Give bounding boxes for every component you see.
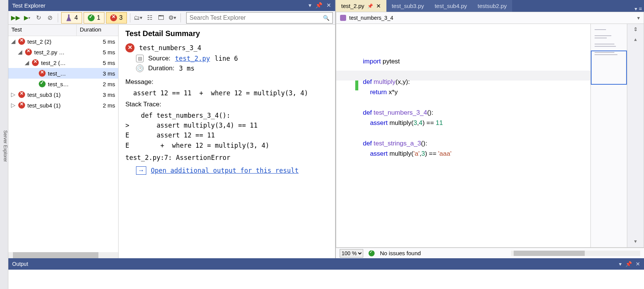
source-icon: ▤ bbox=[136, 55, 144, 62]
output-title: Output bbox=[12, 261, 28, 267]
editor-status-bar: 100 % No issues found bbox=[336, 248, 644, 258]
test-label: test_… bbox=[48, 70, 92, 77]
source-file-link[interactable]: test_2.py bbox=[175, 55, 210, 62]
source-label: Source: bbox=[148, 55, 171, 62]
expand-caret[interactable]: ◢ bbox=[11, 38, 16, 45]
minimap-viewport[interactable] bbox=[591, 51, 627, 85]
tab-label: test_2.py bbox=[341, 3, 364, 9]
ok-status-icon bbox=[369, 250, 375, 256]
tree-row[interactable]: ◢test_2 (…5 ms bbox=[8, 57, 118, 68]
test-explorer-title-bar: Test Explorer ▾ 📌 ✕ bbox=[8, 0, 335, 11]
dropdown-icon[interactable]: ▾ bbox=[309, 2, 312, 9]
open-output-link[interactable]: Open additional output for this result bbox=[151, 167, 299, 174]
side-rail: Server Explorer Toolbox bbox=[0, 0, 8, 289]
side-item-server[interactable]: Server Explorer bbox=[3, 130, 8, 162]
tree-row[interactable]: ▷test_sub4 (1)2 ms bbox=[8, 100, 118, 111]
expand-caret[interactable]: ▷ bbox=[11, 91, 16, 98]
test-duration: 3 ms bbox=[92, 92, 115, 98]
repeat-button[interactable]: ↻ bbox=[33, 13, 43, 23]
chevron-down-icon[interactable]: ▾ bbox=[637, 15, 640, 21]
tree-hscrollbar[interactable] bbox=[8, 252, 118, 258]
tree-row[interactable]: ◢test_2 (2)5 ms bbox=[8, 36, 118, 47]
expand-caret[interactable]: ◢ bbox=[17, 49, 23, 55]
fail-icon bbox=[18, 38, 25, 45]
test-label: test_sub3 (1) bbox=[27, 92, 92, 98]
zoom-selector[interactable]: 100 % bbox=[340, 249, 363, 257]
expand-caret[interactable]: ▷ bbox=[11, 102, 16, 109]
fail-icon bbox=[32, 59, 39, 66]
breadcrumb-symbol: test_numbers_3_4 bbox=[349, 15, 393, 21]
test-duration: 5 ms bbox=[92, 38, 115, 45]
pin-icon[interactable]: 📌 bbox=[367, 3, 373, 9]
col-duration[interactable]: Duration bbox=[77, 25, 104, 36]
group-button[interactable]: ☷ bbox=[145, 13, 155, 23]
pin-icon[interactable]: 📌 bbox=[315, 2, 323, 9]
pin-icon[interactable]: 📌 bbox=[625, 261, 632, 267]
search-icon[interactable]: 🔍 bbox=[323, 15, 329, 21]
tree-row[interactable]: test_…3 ms bbox=[8, 68, 118, 79]
tab-label: testsub2.py bbox=[478, 3, 507, 9]
test-explorer-title: Test Explorer bbox=[12, 2, 46, 9]
test-tree: ◢test_2 (2)5 ms◢test_2.py …5 ms◢test_2 (… bbox=[8, 36, 118, 252]
code-editor[interactable]: import pytest def multiply(x,y): return … bbox=[336, 24, 590, 247]
settings-button[interactable]: ⚙▾ bbox=[168, 13, 177, 23]
output-panel-title: Output ▾ 📌 ✕ bbox=[8, 258, 644, 270]
fail-icon bbox=[39, 70, 46, 77]
filter-fail[interactable]: 3 bbox=[106, 12, 127, 24]
pass-icon bbox=[39, 81, 46, 87]
close-icon[interactable]: ✕ bbox=[326, 2, 331, 9]
tab-label: test_sub3.py bbox=[392, 3, 424, 9]
columns-button[interactable]: 🗔 bbox=[156, 13, 166, 23]
change-marker bbox=[355, 81, 358, 90]
editor-panel: test_2.py📌✕test_sub3.pytest_sub4.pytests… bbox=[336, 0, 644, 258]
stack-label: Stack Trace: bbox=[125, 101, 328, 108]
tab-overflow-button[interactable]: ▾ ≡ bbox=[633, 6, 644, 12]
test-duration: 2 ms bbox=[92, 102, 115, 109]
scroll-up-icon[interactable]: ▴ bbox=[634, 36, 637, 42]
test-duration: 5 ms bbox=[92, 49, 115, 55]
scroll-down-icon[interactable]: ▾ bbox=[634, 238, 637, 244]
test-label: test_2 (… bbox=[41, 60, 92, 66]
close-tab-icon[interactable]: ✕ bbox=[376, 3, 381, 9]
test-duration: 5 ms bbox=[92, 60, 115, 66]
close-icon[interactable]: ✕ bbox=[636, 261, 640, 267]
tree-row[interactable]: ▷test_sub3 (1)3 ms bbox=[8, 89, 118, 100]
run-all-button[interactable]: ▶▶ bbox=[11, 13, 21, 23]
fail-icon bbox=[125, 43, 134, 52]
editor-tab[interactable]: test_sub3.py bbox=[386, 0, 429, 12]
stack-trace: def test_numbers_3_4(): > assert multipl… bbox=[125, 111, 328, 150]
test-detail-panel: Test Detail Summary test_numbers_3_4 ▤ S… bbox=[119, 25, 335, 258]
editor-hscrollbar[interactable] bbox=[511, 251, 640, 256]
cancel-button[interactable]: ⊘ bbox=[45, 13, 55, 23]
duration-value: 3 ms bbox=[179, 65, 195, 72]
test-duration: 3 ms bbox=[92, 70, 115, 77]
tree-row[interactable]: ◢test_2.py …5 ms bbox=[8, 47, 118, 57]
test-label: test_sub4 (1) bbox=[27, 102, 92, 109]
fail-icon bbox=[18, 91, 25, 98]
clock-icon: 🕑 bbox=[136, 65, 144, 72]
editor-tab[interactable]: test_sub4.py bbox=[429, 0, 472, 12]
split-handle[interactable]: ⇕ ▴ ▾ bbox=[627, 24, 644, 247]
editor-tab[interactable]: testsub2.py bbox=[472, 0, 512, 12]
tree-header: Test Duration bbox=[8, 25, 118, 36]
test-explorer-toolbar: ▶▶ ▶▾ ↻ ⊘ 4 1 3 🗂▾ ☷ bbox=[8, 11, 335, 25]
breadcrumb-bar[interactable]: test_numbers_3_4 ▾ bbox=[336, 12, 644, 24]
search-input[interactable] bbox=[190, 14, 323, 21]
dropdown-icon[interactable]: ▾ bbox=[619, 261, 622, 267]
pass-icon bbox=[88, 14, 95, 21]
filter-total[interactable]: 4 bbox=[61, 12, 82, 24]
filter-pass[interactable]: 1 bbox=[84, 12, 104, 24]
duration-label: Duration: bbox=[148, 65, 174, 72]
expand-caret[interactable]: ◢ bbox=[24, 59, 30, 66]
search-box[interactable]: 🔍 bbox=[186, 12, 333, 24]
tab-label: test_sub4.py bbox=[435, 3, 467, 9]
tree-row[interactable]: test_s…2 ms bbox=[8, 79, 118, 89]
editor-tab[interactable]: test_2.py📌✕ bbox=[336, 0, 386, 12]
col-test[interactable]: Test bbox=[8, 25, 77, 36]
playlist-button[interactable]: 🗂▾ bbox=[133, 13, 143, 23]
status-text: No issues found bbox=[380, 250, 421, 256]
minimap[interactable] bbox=[590, 24, 627, 247]
flask-icon bbox=[65, 14, 72, 21]
fail-icon bbox=[18, 102, 25, 109]
run-button[interactable]: ▶▾ bbox=[22, 13, 32, 23]
